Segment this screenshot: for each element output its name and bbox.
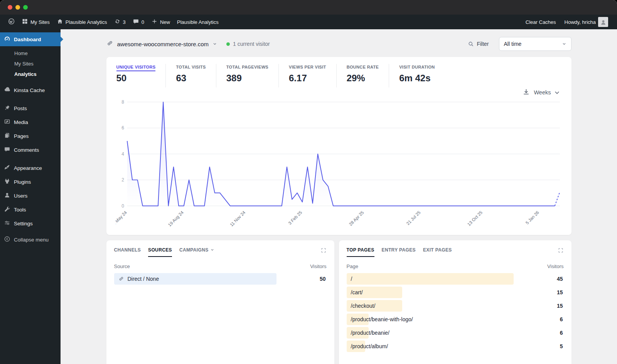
tab-channels[interactable]: CHANNELS (114, 247, 141, 256)
comment-bubble-icon (133, 18, 139, 26)
sidebar-item-media[interactable]: Media (0, 115, 61, 129)
tab-entry-pages[interactable]: ENTRY PAGES (382, 247, 416, 256)
site-switcher[interactable]: awesome-woocommerce-store.com (117, 41, 209, 47)
tab-campaigns-label: CAMPAIGNS (179, 247, 209, 253)
wp-logo-menu[interactable] (5, 15, 18, 29)
metric-bounce-rate[interactable]: BOUNCE RATE 29% (337, 64, 389, 87)
sidebar-item-my-sites[interactable]: My Sites (0, 59, 61, 69)
column-header-visitors: Visitors (547, 263, 563, 269)
pages-label: Pages (14, 133, 29, 139)
metric-unique-visitors[interactable]: UNIQUE VISITORS 50 (116, 64, 166, 87)
sources-panel: CHANNELS SOURCES CAMPAIGNS Source (106, 240, 334, 364)
page-row[interactable]: /cart/ 15 (347, 287, 564, 298)
kinsta-cache-label: Kinsta Cache (14, 87, 45, 93)
site-home-link[interactable]: Plausible Analytics (53, 15, 111, 29)
current-visitors-label: 1 current visitor (233, 41, 270, 47)
clear-caches-button[interactable]: Clear Caches (521, 15, 560, 29)
live-dot-icon (226, 42, 230, 46)
site-home-label: Plausible Analytics (66, 19, 107, 25)
source-name: Direct / None (128, 276, 159, 282)
sidebar-item-appearance[interactable]: Appearance (0, 161, 61, 175)
pages-icon (4, 132, 10, 140)
new-content-menu[interactable]: New (148, 15, 174, 29)
metric-visit-duration[interactable]: VISIT DURATION 6m 42s (389, 64, 445, 87)
filter-button[interactable]: Filter (468, 41, 489, 47)
search-icon (468, 41, 474, 47)
metric-label: UNIQUE VISITORS (116, 65, 156, 71)
sidebar-item-comments[interactable]: Comments (0, 143, 61, 157)
download-export-icon[interactable] (523, 88, 530, 97)
tools-label: Tools (14, 207, 26, 213)
tab-exit-pages[interactable]: EXIT PAGES (423, 247, 452, 256)
date-range-select[interactable]: All time (499, 37, 571, 51)
my-account-menu[interactable]: Howdy, hricha (560, 15, 612, 29)
svg-text:31 May 24: 31 May 24 (116, 210, 128, 228)
dashboard-gauge-icon (4, 35, 10, 43)
column-header-page: Page (347, 263, 358, 269)
sidebar-item-posts[interactable]: Posts (0, 101, 61, 115)
user-icon (4, 192, 10, 200)
page-path: /product/beanie-with-logo/ (351, 316, 413, 322)
tab-campaigns[interactable]: CAMPAIGNS (179, 247, 214, 256)
my-sites-menu[interactable]: My Sites (18, 15, 53, 29)
dashboard-submenu: Home My Sites Analytics (0, 46, 61, 83)
sidebar-item-kinsta-cache[interactable]: Kinsta Cache (0, 83, 61, 97)
svg-text:2: 2 (121, 177, 124, 183)
plugins-label: Plugins (14, 179, 31, 185)
stats-card: UNIQUE VISITORS 50 TOTAL VISITS 63 TOTAL… (106, 57, 571, 235)
page-path: / (351, 276, 352, 282)
date-range-value: All time (504, 41, 522, 47)
media-label: Media (14, 119, 28, 125)
svg-text:19 Aug 24: 19 Aug 24 (167, 210, 184, 227)
collapse-arrow-icon (4, 236, 10, 243)
plausible-toolbar-link[interactable]: Plausible Analytics (174, 15, 222, 29)
current-visitors: 1 current visitor (226, 41, 270, 47)
minimize-window-button[interactable] (15, 5, 20, 10)
sidebar-item-settings[interactable]: Settings (0, 216, 61, 230)
expand-panel-icon[interactable] (558, 247, 564, 255)
sidebar-item-analytics[interactable]: Analytics (0, 69, 61, 79)
page-row[interactable]: /product/beanie-with-logo/ 6 (347, 314, 564, 325)
page-row[interactable]: /product/beanie/ 6 (347, 327, 564, 339)
plausible-dashboard: awesome-woocommerce-store.com 1 current … (61, 29, 617, 364)
sidebar-item-plugins[interactable]: Plugins (0, 175, 61, 189)
app-window: My Sites Plausible Analytics 3 0 (0, 0, 617, 364)
expand-panel-icon[interactable] (320, 247, 327, 255)
multisite-grid-icon (22, 18, 28, 26)
close-window-button[interactable] (8, 5, 12, 10)
comments-menu[interactable]: 0 (129, 15, 148, 29)
interval-label: Weeks (534, 89, 551, 96)
macos-titlebar (0, 0, 617, 15)
updates-icon (114, 18, 121, 26)
tab-top-pages[interactable]: TOP PAGES (347, 247, 374, 257)
filter-label: Filter (477, 41, 489, 47)
page-path: /product/beanie/ (351, 330, 389, 336)
visitors-line-chart[interactable]: 0246831 May 2419 Aug 2411 Nov 243 Feb 25… (116, 97, 562, 233)
metric-total-pageviews[interactable]: TOTAL PAGEVIEWS 389 (216, 64, 279, 87)
chevron-down-icon[interactable] (212, 42, 217, 46)
user-avatar (598, 17, 608, 27)
source-row[interactable]: Direct / None 50 (114, 273, 327, 285)
collapse-menu-button[interactable]: Collapse menu (0, 233, 61, 247)
interval-dropdown[interactable]: Weeks (534, 89, 560, 96)
metric-label: VISIT DURATION (399, 65, 435, 69)
page-row[interactable]: / 45 (347, 273, 564, 285)
metrics-row: UNIQUE VISITORS 50 TOTAL VISITS 63 TOTAL… (116, 64, 562, 87)
metric-views-per-visit[interactable]: VIEWS PER VISIT 6.17 (279, 64, 337, 87)
sidebar-item-tools[interactable]: Tools (0, 203, 61, 216)
my-sites-label: My Sites (30, 19, 50, 25)
sidebar-item-dashboard[interactable]: Dashboard (0, 32, 61, 46)
sidebar-item-pages[interactable]: Pages (0, 129, 61, 143)
sliders-icon (4, 220, 10, 227)
tab-sources[interactable]: SOURCES (148, 247, 172, 257)
metric-total-visits[interactable]: TOTAL VISITS 63 (166, 64, 216, 87)
zoom-window-button[interactable] (23, 5, 28, 10)
site-link-icon (106, 40, 113, 48)
sidebar-item-users[interactable]: Users (0, 189, 61, 203)
link-icon (118, 276, 124, 282)
updates-menu[interactable]: 3 (111, 15, 129, 29)
svg-text:6: 6 (121, 125, 124, 131)
page-row[interactable]: /product/album/ 5 (347, 341, 564, 352)
sidebar-item-home[interactable]: Home (0, 48, 61, 59)
page-row[interactable]: /checkout/ 15 (347, 300, 564, 312)
